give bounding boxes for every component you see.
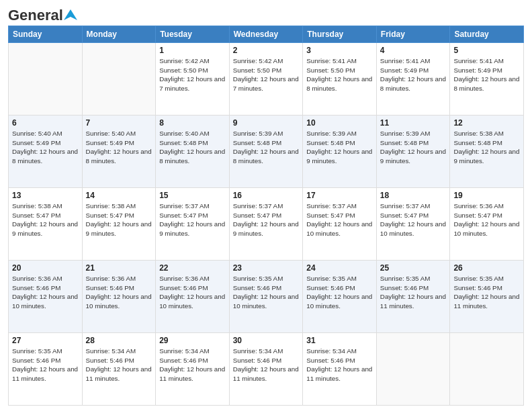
day-number: 28 xyxy=(86,336,152,345)
day-info: Sunrise: 5:35 AM Sunset: 5:46 PM Dayligh… xyxy=(453,274,520,311)
dow-header-tuesday: Tuesday xyxy=(156,26,230,43)
week-row-3: 13Sunrise: 5:38 AM Sunset: 5:47 PM Dayli… xyxy=(9,188,524,261)
day-number: 17 xyxy=(306,191,373,200)
day-cell: 19Sunrise: 5:36 AM Sunset: 5:47 PM Dayli… xyxy=(450,188,524,261)
day-info: Sunrise: 5:38 AM Sunset: 5:47 PM Dayligh… xyxy=(86,201,152,238)
day-number: 8 xyxy=(159,118,226,128)
dow-header-saturday: Saturday xyxy=(450,26,524,43)
day-number: 5 xyxy=(453,46,520,55)
day-info: Sunrise: 5:36 AM Sunset: 5:46 PM Dayligh… xyxy=(12,274,79,311)
dow-header-thursday: Thursday xyxy=(303,26,377,43)
day-cell: 2Sunrise: 5:42 AM Sunset: 5:50 PM Daylig… xyxy=(229,43,303,116)
day-info: Sunrise: 5:40 AM Sunset: 5:49 PM Dayligh… xyxy=(86,129,152,166)
day-cell: 6Sunrise: 5:40 AM Sunset: 5:49 PM Daylig… xyxy=(9,116,83,188)
day-number: 10 xyxy=(306,118,373,128)
day-cell: 5Sunrise: 5:41 AM Sunset: 5:49 PM Daylig… xyxy=(450,43,524,116)
day-cell xyxy=(82,43,156,116)
day-cell: 30Sunrise: 5:34 AM Sunset: 5:46 PM Dayli… xyxy=(229,333,303,406)
day-cell: 28Sunrise: 5:34 AM Sunset: 5:46 PM Dayli… xyxy=(82,333,156,406)
logo-icon xyxy=(64,8,79,23)
day-info: Sunrise: 5:39 AM Sunset: 5:48 PM Dayligh… xyxy=(306,129,373,166)
day-cell: 14Sunrise: 5:38 AM Sunset: 5:47 PM Dayli… xyxy=(82,188,156,261)
day-of-week-row: SundayMondayTuesdayWednesdayThursdayFrid… xyxy=(9,26,524,43)
day-info: Sunrise: 5:37 AM Sunset: 5:47 PM Dayligh… xyxy=(233,201,300,238)
day-cell: 21Sunrise: 5:36 AM Sunset: 5:46 PM Dayli… xyxy=(82,261,156,333)
day-cell: 3Sunrise: 5:41 AM Sunset: 5:50 PM Daylig… xyxy=(303,43,377,116)
day-number: 21 xyxy=(86,263,152,273)
day-cell: 24Sunrise: 5:35 AM Sunset: 5:46 PM Dayli… xyxy=(303,261,377,333)
day-number: 25 xyxy=(380,263,447,273)
day-cell: 12Sunrise: 5:38 AM Sunset: 5:48 PM Dayli… xyxy=(450,116,524,188)
day-info: Sunrise: 5:41 AM Sunset: 5:50 PM Dayligh… xyxy=(306,56,373,93)
day-info: Sunrise: 5:34 AM Sunset: 5:46 PM Dayligh… xyxy=(233,347,300,383)
day-cell: 20Sunrise: 5:36 AM Sunset: 5:46 PM Dayli… xyxy=(9,261,83,333)
day-cell: 9Sunrise: 5:39 AM Sunset: 5:48 PM Daylig… xyxy=(229,116,303,188)
day-number: 7 xyxy=(86,118,152,128)
day-cell: 8Sunrise: 5:40 AM Sunset: 5:48 PM Daylig… xyxy=(156,116,230,188)
day-number: 27 xyxy=(12,336,79,345)
day-info: Sunrise: 5:35 AM Sunset: 5:46 PM Dayligh… xyxy=(380,274,447,311)
day-cell: 13Sunrise: 5:38 AM Sunset: 5:47 PM Dayli… xyxy=(9,188,83,261)
day-info: Sunrise: 5:38 AM Sunset: 5:47 PM Dayligh… xyxy=(12,201,79,238)
logo-general: General xyxy=(8,7,63,24)
day-info: Sunrise: 5:36 AM Sunset: 5:46 PM Dayligh… xyxy=(86,274,152,311)
day-cell: 17Sunrise: 5:37 AM Sunset: 5:47 PM Dayli… xyxy=(303,188,377,261)
day-info: Sunrise: 5:41 AM Sunset: 5:49 PM Dayligh… xyxy=(380,56,447,93)
day-cell: 26Sunrise: 5:35 AM Sunset: 5:46 PM Dayli… xyxy=(450,261,524,333)
week-row-5: 27Sunrise: 5:35 AM Sunset: 5:46 PM Dayli… xyxy=(9,333,524,406)
day-number: 31 xyxy=(306,336,373,345)
dow-header-wednesday: Wednesday xyxy=(229,26,303,43)
dow-header-sunday: Sunday xyxy=(9,26,83,43)
dow-header-monday: Monday xyxy=(82,26,156,43)
day-cell: 27Sunrise: 5:35 AM Sunset: 5:46 PM Dayli… xyxy=(9,333,83,406)
week-row-1: 1Sunrise: 5:42 AM Sunset: 5:50 PM Daylig… xyxy=(9,43,524,116)
day-cell: 10Sunrise: 5:39 AM Sunset: 5:48 PM Dayli… xyxy=(303,116,377,188)
page: General SundayMondayTuesdayWednesdayThur… xyxy=(0,0,532,411)
svg-marker-0 xyxy=(64,9,77,20)
day-number: 29 xyxy=(159,336,226,345)
day-info: Sunrise: 5:34 AM Sunset: 5:46 PM Dayligh… xyxy=(306,347,373,383)
day-number: 16 xyxy=(233,191,300,200)
day-cell: 18Sunrise: 5:37 AM Sunset: 5:47 PM Dayli… xyxy=(376,188,450,261)
day-info: Sunrise: 5:41 AM Sunset: 5:49 PM Dayligh… xyxy=(453,56,520,93)
day-number: 18 xyxy=(380,191,447,200)
day-number: 30 xyxy=(233,336,300,345)
day-cell: 4Sunrise: 5:41 AM Sunset: 5:49 PM Daylig… xyxy=(376,43,450,116)
dow-header-friday: Friday xyxy=(376,26,450,43)
day-info: Sunrise: 5:34 AM Sunset: 5:46 PM Dayligh… xyxy=(159,347,226,383)
day-info: Sunrise: 5:38 AM Sunset: 5:48 PM Dayligh… xyxy=(453,129,520,166)
day-number: 3 xyxy=(306,46,373,55)
day-cell: 11Sunrise: 5:39 AM Sunset: 5:48 PM Dayli… xyxy=(376,116,450,188)
day-info: Sunrise: 5:36 AM Sunset: 5:47 PM Dayligh… xyxy=(453,201,520,238)
day-cell: 29Sunrise: 5:34 AM Sunset: 5:46 PM Dayli… xyxy=(156,333,230,406)
day-cell: 25Sunrise: 5:35 AM Sunset: 5:46 PM Dayli… xyxy=(376,261,450,333)
day-cell: 15Sunrise: 5:37 AM Sunset: 5:47 PM Dayli… xyxy=(156,188,230,261)
logo: General xyxy=(8,7,79,21)
day-number: 22 xyxy=(159,263,226,273)
day-cell: 16Sunrise: 5:37 AM Sunset: 5:47 PM Dayli… xyxy=(229,188,303,261)
day-info: Sunrise: 5:37 AM Sunset: 5:47 PM Dayligh… xyxy=(159,201,226,238)
day-cell: 31Sunrise: 5:34 AM Sunset: 5:46 PM Dayli… xyxy=(303,333,377,406)
week-row-4: 20Sunrise: 5:36 AM Sunset: 5:46 PM Dayli… xyxy=(9,261,524,333)
day-number: 4 xyxy=(380,46,447,55)
week-row-2: 6Sunrise: 5:40 AM Sunset: 5:49 PM Daylig… xyxy=(9,116,524,188)
day-number: 6 xyxy=(12,118,79,128)
day-number: 23 xyxy=(233,263,300,273)
day-cell xyxy=(450,333,524,406)
day-info: Sunrise: 5:36 AM Sunset: 5:46 PM Dayligh… xyxy=(159,274,226,311)
day-cell: 7Sunrise: 5:40 AM Sunset: 5:49 PM Daylig… xyxy=(82,116,156,188)
day-cell xyxy=(376,333,450,406)
day-info: Sunrise: 5:35 AM Sunset: 5:46 PM Dayligh… xyxy=(306,274,373,311)
day-number: 2 xyxy=(233,46,300,55)
day-number: 12 xyxy=(453,118,520,128)
day-info: Sunrise: 5:42 AM Sunset: 5:50 PM Dayligh… xyxy=(233,56,300,93)
day-info: Sunrise: 5:35 AM Sunset: 5:46 PM Dayligh… xyxy=(233,274,300,311)
day-number: 9 xyxy=(233,118,300,128)
day-info: Sunrise: 5:37 AM Sunset: 5:47 PM Dayligh… xyxy=(306,201,373,238)
day-info: Sunrise: 5:37 AM Sunset: 5:47 PM Dayligh… xyxy=(380,201,447,238)
day-number: 26 xyxy=(453,263,520,273)
day-cell: 22Sunrise: 5:36 AM Sunset: 5:46 PM Dayli… xyxy=(156,261,230,333)
calendar-table: SundayMondayTuesdayWednesdayThursdayFrid… xyxy=(8,26,524,406)
day-number: 14 xyxy=(86,191,152,200)
day-number: 11 xyxy=(380,118,447,128)
